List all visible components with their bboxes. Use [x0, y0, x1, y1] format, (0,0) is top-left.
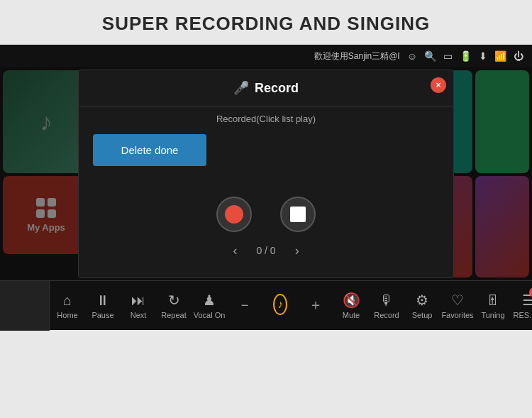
modal-header: 🎤 Record ×	[79, 70, 453, 106]
tuning-icon: 🎚	[486, 292, 500, 309]
welcome-text: 歡迎使用Sanjin三精@I	[9, 50, 400, 62]
taskbar-next[interactable]: ⏭ Next	[121, 288, 156, 324]
title-bar: SUPER RECORDING AND SINGING	[0, 0, 532, 45]
next-page-button[interactable]: ›	[287, 241, 307, 260]
modal-overlay: 🎤 Record × Recorded(Click list play) Del…	[0, 67, 532, 280]
taskbar-favorites[interactable]: ♡ Favorites	[440, 287, 475, 324]
taskbar-vocal-on[interactable]: ♟ Vocal On	[192, 287, 227, 324]
tiles-area: ♪ My Apps	[0, 67, 532, 280]
emoji-icon[interactable]: ☺	[407, 50, 417, 62]
taskbar-minus[interactable]: －	[227, 291, 262, 321]
taskbar-record[interactable]: 🎙 Record	[369, 288, 404, 324]
taskbar: ⌂ Home ⏸ Pause ⏭ Next ↻ Repeat ♟ Vocal O…	[0, 280, 532, 330]
res-list-badge: 1	[529, 287, 532, 297]
modal-controls	[79, 185, 453, 238]
taskbar-repeat[interactable]: ↻ Repeat	[156, 287, 192, 324]
app-container: 歡迎使用Sanjin三精@I ☺ 🔍 ▭ 🔋 ⬇ 📶 ⏻ ♪	[0, 45, 532, 330]
mute-icon: 🔇	[343, 292, 360, 309]
mic-icon: 🎤	[233, 80, 249, 96]
download-icon[interactable]: ⬇	[479, 50, 487, 62]
record-modal: 🎤 Record × Recorded(Click list play) Del…	[78, 70, 454, 278]
volume-icon: ♪	[273, 294, 287, 315]
prev-page-button[interactable]: ‹	[225, 241, 245, 260]
favorites-icon: ♡	[451, 292, 464, 309]
home-icon: ⌂	[63, 292, 72, 309]
pagination: ‹ 0 / 0 ›	[79, 238, 453, 263]
modal-close-button[interactable]: ×	[431, 77, 446, 93]
pause-icon: ⏸	[96, 292, 110, 309]
recorded-list: Delete done	[79, 128, 453, 185]
status-icons: ☺ 🔍 ▭ 🔋 ⬇ 📶 ⏻	[407, 50, 523, 62]
battery-icon: 🔋	[460, 50, 472, 62]
taskbar-thumbnail	[0, 281, 50, 331]
res-list-icon: ☰ 1	[522, 292, 532, 309]
delete-done-item[interactable]: Delete done	[93, 134, 206, 166]
taskbar-setup[interactable]: ⚙ Setup	[404, 287, 440, 324]
next-icon: ⏭	[131, 292, 145, 309]
taskbar-items: ⌂ Home ⏸ Pause ⏭ Next ↻ Repeat ♟ Vocal O…	[50, 281, 532, 330]
plus-icon: ＋	[309, 295, 323, 314]
page-title: SUPER RECORDING AND SINGING	[0, 13, 532, 35]
taskbar-res-list[interactable]: ☰ 1 RES.List	[511, 287, 532, 324]
record-taskbar-icon: 🎙	[379, 292, 394, 309]
taskbar-tuning[interactable]: 🎚 Tuning	[475, 288, 511, 324]
modal-title-text: Record	[255, 81, 299, 96]
vocal-on-icon: ♟	[203, 292, 216, 309]
search-icon[interactable]: 🔍	[424, 50, 436, 62]
taskbar-volume[interactable]: ♪	[262, 290, 298, 321]
record-indicator	[225, 205, 243, 224]
recorded-label: Recorded(Click list play)	[79, 106, 453, 128]
record-button[interactable]	[216, 197, 252, 232]
tablet-icon[interactable]: ▭	[443, 50, 453, 62]
setup-icon: ⚙	[416, 292, 428, 309]
status-bar: 歡迎使用Sanjin三精@I ☺ 🔍 ▭ 🔋 ⬇ 📶 ⏻	[0, 45, 532, 67]
repeat-icon: ↻	[168, 292, 180, 309]
power-icon[interactable]: ⏻	[514, 50, 523, 62]
taskbar-home[interactable]: ⌂ Home	[50, 288, 85, 324]
stop-indicator	[290, 207, 306, 222]
stop-button[interactable]	[280, 197, 316, 232]
page-counter: 0 / 0	[256, 245, 275, 256]
taskbar-pause[interactable]: ⏸ Pause	[85, 288, 121, 324]
taskbar-mute[interactable]: 🔇 Mute	[333, 287, 369, 324]
modal-title: 🎤 Record	[233, 80, 299, 96]
wifi-icon: 📶	[494, 50, 506, 62]
taskbar-plus[interactable]: ＋	[298, 291, 333, 321]
minus-icon: －	[238, 295, 252, 314]
